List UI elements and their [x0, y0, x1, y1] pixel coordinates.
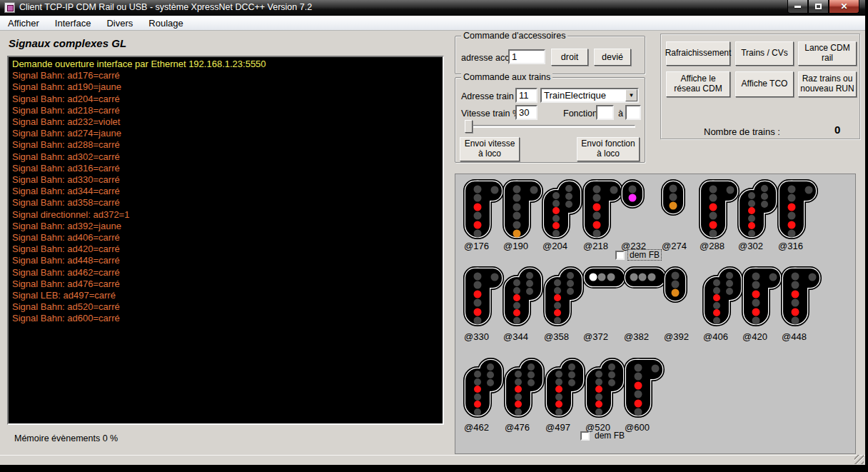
signal-address-label: @274	[662, 241, 687, 251]
speed-slider-thumb[interactable]	[465, 120, 473, 133]
action-button-lance-cdm-rail[interactable]: Lance CDM rail	[798, 41, 857, 66]
maximize-button[interactable]	[808, 0, 829, 14]
signal-address-label: @176	[464, 241, 489, 251]
minimize-button[interactable]	[787, 0, 808, 14]
actions-panel: Nombre de trains : 0 RafraichissementTra…	[660, 34, 860, 139]
maximize-icon	[815, 4, 822, 9]
console-line: Signal Bahn: ad218=carré	[12, 105, 439, 116]
console-line: Signal Bahn: ad520=carré	[12, 301, 439, 313]
train-count-label: Nombre de trains :	[704, 126, 780, 137]
action-button-raz-trains-ou-nouveau-run[interactable]: Raz trains ou nouveau RUN	[798, 71, 857, 97]
signal-232[interactable]	[620, 179, 646, 212]
train-speed-label: Vitesse train %	[461, 109, 520, 119]
console-line: Signal Bahn: ad232=violet	[12, 116, 439, 128]
signal-406[interactable]	[702, 266, 744, 329]
status-bar	[0, 455, 865, 465]
signal-302[interactable]	[737, 179, 779, 242]
memory-events-label: Mémoire évènements 0 %	[14, 433, 118, 443]
dem-fb-checkbox[interactable]	[615, 251, 625, 260]
console-line: Signal Bahn: ad600=carré	[12, 313, 439, 324]
event-console[interactable]: Demande ouverture interface par Ethernet…	[7, 56, 444, 425]
console-line: Signal Bahn: ad420=carré	[12, 243, 439, 255]
close-button[interactable]: ✕	[829, 0, 859, 14]
signal-address-label: @462	[464, 422, 489, 433]
console-line: Signal Bahn: ad476=carré	[12, 278, 439, 290]
console-line: Signal Bahn: ad358=carré	[12, 197, 439, 209]
signal-address-label: @358	[544, 331, 569, 342]
signal-372[interactable]	[582, 266, 627, 292]
signal-address-label: @448	[782, 331, 807, 342]
resize-grip-icon[interactable]	[854, 455, 864, 464]
menu-item-interface[interactable]: Interface	[47, 16, 99, 30]
signal-address-label: @190	[503, 241, 528, 251]
signal-address-label: @476	[505, 422, 530, 433]
console-line: Signal Bahn: ad288=carré	[12, 139, 439, 151]
signal-344[interactable]	[503, 266, 544, 329]
function-from-input[interactable]	[596, 105, 614, 120]
console-line: Signal Bahn: ad302=carré	[12, 151, 439, 163]
console-line: Signal Bahn: ad330=carré	[12, 174, 439, 186]
menu-item-divers[interactable]: Divers	[99, 16, 141, 30]
signal-358[interactable]	[543, 266, 585, 329]
signal-392[interactable]	[663, 266, 689, 306]
signal-497[interactable]	[545, 358, 586, 421]
acc-straight-button[interactable]: droit	[551, 49, 588, 66]
dem-fb-label[interactable]: dem FB	[593, 431, 626, 441]
signal-address-label: @344	[503, 331, 528, 342]
signal-address-label: @372	[583, 331, 608, 342]
signal-520[interactable]	[585, 358, 626, 421]
signal-address-label: @316	[778, 241, 803, 251]
train-type-select[interactable]: TrainElectrique ▼	[540, 88, 639, 103]
signal-218[interactable]	[582, 179, 624, 242]
chevron-down-icon[interactable]: ▼	[625, 89, 637, 101]
signal-address-label: @330	[464, 331, 489, 342]
console-line: Signal Bahn: ad392=jaune	[12, 221, 439, 232]
send-function-button[interactable]: Envoi fonction à loco	[577, 137, 640, 161]
action-button-rafraichissement[interactable]: Rafraichissement	[666, 41, 730, 66]
action-button-affiche-le-r-seau-cdm[interactable]: Affiche le réseau CDM	[666, 71, 730, 97]
function-to-input[interactable]	[625, 105, 641, 120]
acc-address-label: adresse acc	[461, 53, 509, 63]
console-line: Signal Bahn: ad190=jaune	[12, 81, 439, 93]
action-button-trains-cvs[interactable]: Trains / CVs	[735, 41, 794, 66]
dem-fb-label[interactable]: dem FB	[628, 250, 661, 260]
train-address-input[interactable]	[515, 88, 538, 103]
signal-address-label: @406	[703, 331, 728, 342]
signal-476[interactable]	[504, 358, 545, 421]
signal-330[interactable]	[463, 266, 505, 329]
signal-600[interactable]	[624, 358, 665, 421]
menu-item-afficher[interactable]: Afficher	[0, 16, 47, 30]
console-line: Signal directionnel: ad372=1	[12, 209, 439, 221]
dem-fb-checkbox-row: dem FB	[615, 250, 661, 260]
console-line: Signal Bahn: ad344=carré	[12, 186, 439, 197]
console-line: Signal LEB: ad497=carré	[12, 290, 439, 301]
console-line: Signal Bahn: ad204=carré	[12, 94, 439, 105]
acc-diverge-button[interactable]: devié	[594, 49, 631, 66]
console-line: Signal Bahn: ad406=carré	[12, 232, 439, 243]
signal-462[interactable]	[463, 358, 505, 421]
menu-bar: AfficherInterfaceDiversRoulage	[0, 16, 865, 31]
menu-item-roulage[interactable]: Roulage	[141, 16, 191, 30]
signal-382[interactable]	[623, 266, 667, 292]
train-speed-input[interactable]	[515, 105, 538, 120]
client-area: Signaux complexes GL Demande ouverture i…	[0, 31, 865, 455]
signal-176[interactable]	[463, 179, 505, 242]
signal-316[interactable]	[777, 179, 819, 242]
title-bar: Client TCP-IP CDM Rail ou USB - système …	[0, 0, 865, 16]
page-title: Signaux complexes GL	[9, 37, 126, 49]
signal-288[interactable]	[699, 179, 740, 242]
dem-fb-checkbox[interactable]	[580, 431, 590, 441]
action-button-affiche-tco[interactable]: Affiche TCO	[735, 71, 794, 97]
close-icon: ✕	[840, 1, 847, 11]
signal-274[interactable]	[661, 179, 687, 219]
train-count-value: 0	[834, 124, 840, 136]
signal-address-label: @218	[583, 241, 608, 251]
signal-420[interactable]	[742, 266, 783, 329]
signal-address-label: @302	[738, 241, 763, 251]
signal-190[interactable]	[503, 179, 544, 242]
signal-204[interactable]	[542, 179, 583, 242]
acc-address-input[interactable]	[508, 49, 545, 64]
signal-448[interactable]	[781, 266, 822, 329]
send-speed-button[interactable]: Envoi vitesse à loco	[460, 137, 520, 161]
speed-slider-track[interactable]	[466, 125, 635, 128]
